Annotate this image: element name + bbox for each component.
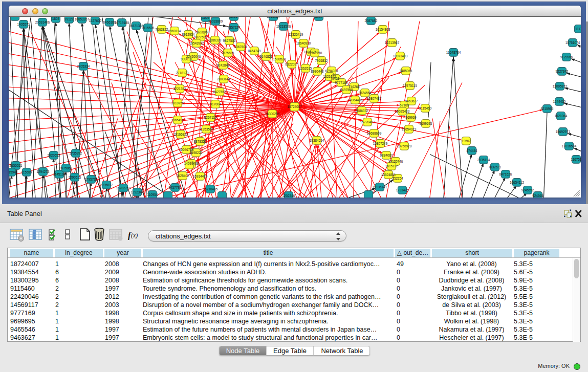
svg-text:10688609: 10688609: [367, 132, 382, 135]
svg-text:2087682: 2087682: [365, 19, 378, 23]
svg-text:8427552: 8427552: [213, 90, 226, 94]
svg-text:12325419: 12325419: [289, 33, 303, 36]
svg-text:19567: 19567: [462, 139, 471, 143]
svg-text:8921: 8921: [230, 17, 238, 18]
svg-text:18724007: 18724007: [287, 105, 302, 108]
svg-text:15136141: 15136141: [373, 185, 387, 189]
svg-text:15716485: 15716485: [203, 187, 218, 191]
svg-text:939013: 939013: [181, 57, 192, 61]
svg-text:12213967: 12213967: [385, 41, 400, 45]
svg-text:115689: 115689: [21, 170, 32, 174]
svg-text:1527602: 1527602: [89, 19, 102, 23]
svg-text:8813054: 8813054: [267, 17, 280, 18]
svg-text:15807249: 15807249: [373, 142, 388, 145]
svg-text:15751074: 15751074: [565, 41, 580, 45]
svg-text:15720407: 15720407: [360, 120, 375, 124]
svg-text:8267110: 8267110: [204, 116, 217, 119]
svg-text:16543982: 16543982: [189, 41, 204, 45]
svg-text:6497568: 6497568: [340, 88, 353, 92]
svg-text:9227342: 9227342: [556, 70, 569, 73]
svg-text:10025433: 10025433: [395, 110, 410, 113]
svg-text:16782759: 16782759: [116, 186, 131, 190]
svg-text:(x): (x): [131, 232, 138, 239]
svg-text:10719185: 10719185: [115, 21, 129, 25]
svg-text:9777169: 9777169: [335, 81, 348, 84]
svg-text:9975867: 9975867: [60, 166, 73, 170]
svg-text:13524851: 13524851: [381, 173, 396, 177]
svg-text:19166822: 19166822: [173, 133, 188, 136]
svg-text:1290515: 1290515: [69, 176, 81, 179]
svg-text:18226058: 18226058: [195, 30, 210, 34]
svg-text:1294273: 1294273: [37, 170, 50, 173]
svg-text:9451: 9451: [332, 77, 340, 80]
svg-text:10973493: 10973493: [393, 54, 408, 58]
svg-text:8322037: 8322037: [286, 62, 298, 66]
svg-text:2935114: 2935114: [477, 158, 490, 162]
svg-text:16154808: 16154808: [376, 28, 390, 31]
svg-text:9115460: 9115460: [419, 106, 432, 110]
svg-text:9699695: 9699695: [420, 122, 432, 125]
svg-text:2805334: 2805334: [77, 64, 90, 68]
svg-text:8878352: 8878352: [194, 140, 207, 143]
svg-text:17016504: 17016504: [562, 144, 577, 148]
svg-text:474444: 474444: [466, 149, 477, 152]
svg-text:9245652: 9245652: [521, 188, 534, 192]
svg-text:8186328: 8186328: [209, 38, 222, 42]
svg-text:2367608: 2367608: [234, 45, 247, 49]
svg-text:17975115: 17975115: [403, 84, 417, 87]
svg-text:7986372: 7986372: [356, 109, 368, 113]
svg-text:7357224: 7357224: [228, 26, 241, 29]
svg-text:1010755: 1010755: [171, 101, 184, 105]
svg-text:1202346: 1202346: [282, 194, 295, 198]
svg-text:8471626: 8471626: [499, 172, 512, 176]
svg-text:10654112: 10654112: [510, 181, 524, 184]
svg-text:7485065: 7485065: [400, 69, 412, 73]
svg-text:1362615: 1362615: [299, 67, 312, 70]
svg-text:9146821: 9146821: [260, 55, 273, 58]
svg-text:917004: 917004: [210, 102, 221, 106]
svg-text:99127: 99127: [64, 17, 74, 21]
svg-text:1621064: 1621064: [555, 114, 568, 118]
svg-text:2655051: 2655051: [10, 164, 23, 167]
svg-text:19384554: 19384554: [310, 139, 324, 142]
svg-text:18300295: 18300295: [265, 112, 280, 116]
svg-text:9827505: 9827505: [223, 39, 236, 42]
svg-text:1292344: 1292344: [131, 190, 144, 194]
svg-text:9463627: 9463627: [405, 99, 418, 103]
svg-text:7632621: 7632621: [489, 165, 502, 169]
svg-text:10961758: 10961758: [308, 51, 322, 55]
svg-text:8134: 8134: [315, 17, 323, 18]
svg-text:1244415: 1244415: [553, 100, 566, 103]
svg-text:7515526: 7515526: [142, 26, 155, 30]
svg-text:1615112: 1615112: [385, 164, 398, 168]
svg-text:116753: 116753: [571, 158, 581, 161]
svg-text:16648784: 16648784: [446, 51, 461, 54]
svg-text:15692971: 15692971: [556, 130, 571, 134]
svg-text:2718170: 2718170: [176, 71, 189, 75]
svg-text:9129966: 9129966: [560, 55, 573, 59]
svg-text:20691406: 20691406: [35, 20, 50, 24]
svg-text:1965498: 1965498: [171, 118, 184, 122]
svg-text:110954: 110954: [147, 193, 158, 196]
svg-text:252254: 252254: [392, 177, 403, 180]
svg-text:1803: 1803: [52, 17, 60, 20]
svg-text:9457791: 9457791: [169, 186, 182, 189]
svg-text:3675685: 3675685: [222, 51, 234, 55]
svg-text:10807487: 10807487: [367, 97, 382, 100]
svg-text:10653267: 10653267: [75, 17, 90, 21]
svg-text:1733426: 1733426: [396, 188, 409, 192]
svg-text:6498222: 6498222: [190, 151, 203, 155]
svg-text:62160: 62160: [400, 103, 409, 107]
svg-text:9884067: 9884067: [380, 154, 393, 157]
svg-text:12095872: 12095872: [553, 84, 568, 88]
svg-text:19218506: 19218506: [276, 25, 291, 28]
svg-text:1735992: 1735992: [70, 151, 82, 155]
svg-text:1221353: 1221353: [173, 87, 186, 91]
svg-text:11353594: 11353594: [199, 127, 213, 131]
svg-text:1117: 1117: [575, 27, 581, 31]
svg-text:6794028: 6794028: [325, 69, 338, 73]
svg-text:1145194: 1145194: [53, 172, 66, 176]
svg-text:746266: 746266: [349, 85, 360, 89]
svg-text:969969: 969969: [405, 116, 417, 119]
svg-text:19756928: 19756928: [397, 144, 412, 148]
